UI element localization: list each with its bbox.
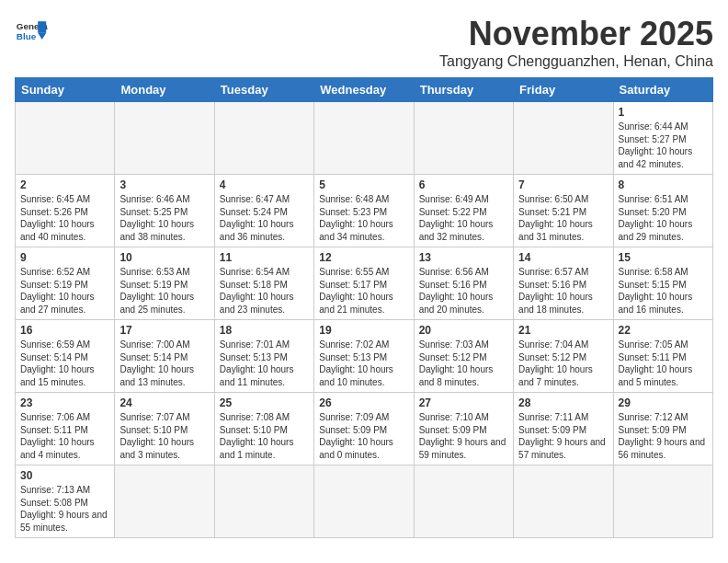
calendar-cell: 28Sunrise: 7:11 AM Sunset: 5:09 PM Dayli… — [514, 393, 613, 465]
day-info: Sunrise: 7:04 AM Sunset: 5:12 PM Dayligh… — [518, 339, 608, 388]
day-info: Sunrise: 7:00 AM Sunset: 5:14 PM Dayligh… — [119, 339, 209, 388]
day-info: Sunrise: 7:07 AM Sunset: 5:10 PM Dayligh… — [119, 411, 209, 461]
day-info: Sunrise: 7:02 AM Sunset: 5:13 PM Dayligh… — [319, 339, 408, 388]
day-number: 16 — [20, 324, 109, 337]
calendar-cell — [514, 102, 613, 175]
location: Tangyang Chengguanzhen, Henan, China — [439, 53, 713, 70]
day-info: Sunrise: 6:48 AM Sunset: 5:23 PM Dayligh… — [319, 193, 408, 243]
day-info: Sunrise: 7:03 AM Sunset: 5:12 PM Dayligh… — [419, 339, 508, 388]
calendar-cell — [214, 102, 313, 175]
day-info: Sunrise: 7:01 AM Sunset: 5:13 PM Dayligh… — [220, 339, 309, 388]
calendar-cell: 20Sunrise: 7:03 AM Sunset: 5:12 PM Dayli… — [414, 320, 513, 393]
day-info: Sunrise: 6:51 AM Sunset: 5:20 PM Dayligh… — [619, 193, 708, 243]
calendar-cell: 23Sunrise: 7:06 AM Sunset: 5:11 PM Dayli… — [16, 393, 115, 465]
day-number: 20 — [419, 324, 508, 337]
calendar-cell — [314, 465, 414, 538]
calendar-cell: 8Sunrise: 6:51 AM Sunset: 5:20 PM Daylig… — [613, 175, 712, 247]
day-number: 25 — [220, 396, 309, 409]
day-info: Sunrise: 7:12 AM Sunset: 5:09 PM Dayligh… — [619, 411, 708, 461]
calendar-cell — [16, 102, 115, 175]
calendar-cell: 12Sunrise: 6:55 AM Sunset: 5:17 PM Dayli… — [314, 247, 414, 320]
day-info: Sunrise: 6:44 AM Sunset: 5:27 PM Dayligh… — [619, 121, 708, 170]
day-info: Sunrise: 6:54 AM Sunset: 5:18 PM Dayligh… — [220, 266, 309, 316]
calendar-cell: 3Sunrise: 6:46 AM Sunset: 5:25 PM Daylig… — [115, 175, 214, 247]
calendar-cell: 21Sunrise: 7:04 AM Sunset: 5:12 PM Dayli… — [514, 320, 613, 393]
svg-text:Blue: Blue — [17, 31, 37, 41]
calendar-cell — [314, 102, 414, 175]
logo-icon: General Blue — [15, 15, 48, 48]
day-number: 7 — [518, 178, 608, 191]
day-info: Sunrise: 6:53 AM Sunset: 5:19 PM Dayligh… — [119, 266, 209, 316]
day-info: Sunrise: 6:56 AM Sunset: 5:16 PM Dayligh… — [419, 266, 508, 316]
calendar-cell: 30Sunrise: 7:13 AM Sunset: 5:08 PM Dayli… — [16, 465, 115, 538]
calendar-cell: 5Sunrise: 6:48 AM Sunset: 5:23 PM Daylig… — [314, 175, 414, 247]
day-number: 30 — [20, 469, 109, 482]
day-number: 14 — [518, 251, 608, 264]
day-info: Sunrise: 6:55 AM Sunset: 5:17 PM Dayligh… — [319, 266, 408, 316]
day-number: 28 — [518, 396, 608, 409]
day-number: 8 — [619, 178, 708, 191]
day-info: Sunrise: 6:47 AM Sunset: 5:24 PM Dayligh… — [220, 193, 309, 243]
calendar-cell: 17Sunrise: 7:00 AM Sunset: 5:14 PM Dayli… — [115, 320, 214, 393]
weekday-header-row: SundayMondayTuesdayWednesdayThursdayFrid… — [16, 78, 713, 102]
day-number: 22 — [619, 324, 708, 337]
day-number: 2 — [20, 178, 109, 191]
calendar-cell: 18Sunrise: 7:01 AM Sunset: 5:13 PM Dayli… — [214, 320, 313, 393]
day-number: 21 — [518, 324, 608, 337]
calendar-cell: 11Sunrise: 6:54 AM Sunset: 5:18 PM Dayli… — [214, 247, 313, 320]
weekday-header-tuesday: Tuesday — [214, 78, 313, 102]
calendar-cell: 1Sunrise: 6:44 AM Sunset: 5:27 PM Daylig… — [613, 102, 712, 175]
day-number: 24 — [119, 396, 209, 409]
weekday-header-monday: Monday — [115, 78, 214, 102]
day-number: 17 — [119, 324, 209, 337]
day-info: Sunrise: 6:57 AM Sunset: 5:16 PM Dayligh… — [518, 266, 608, 316]
logo: General Blue — [15, 15, 48, 48]
day-number: 18 — [220, 324, 309, 337]
day-info: Sunrise: 6:45 AM Sunset: 5:26 PM Dayligh… — [20, 193, 109, 243]
day-number: 29 — [619, 396, 708, 409]
day-info: Sunrise: 7:05 AM Sunset: 5:11 PM Dayligh… — [619, 339, 708, 388]
calendar-cell: 6Sunrise: 6:49 AM Sunset: 5:22 PM Daylig… — [414, 175, 513, 247]
calendar-cell — [414, 102, 513, 175]
day-number: 4 — [220, 178, 309, 191]
weekday-header-saturday: Saturday — [613, 78, 712, 102]
calendar-cell: 10Sunrise: 6:53 AM Sunset: 5:19 PM Dayli… — [115, 247, 214, 320]
day-number: 6 — [419, 178, 508, 191]
day-number: 5 — [319, 178, 408, 191]
calendar-cell — [115, 465, 214, 538]
calendar-week-1: 2Sunrise: 6:45 AM Sunset: 5:26 PM Daylig… — [16, 175, 713, 247]
day-number: 12 — [319, 251, 408, 264]
calendar-cell: 2Sunrise: 6:45 AM Sunset: 5:26 PM Daylig… — [16, 175, 115, 247]
day-info: Sunrise: 6:50 AM Sunset: 5:21 PM Dayligh… — [518, 193, 608, 243]
day-info: Sunrise: 6:58 AM Sunset: 5:15 PM Dayligh… — [619, 266, 708, 316]
calendar-cell: 26Sunrise: 7:09 AM Sunset: 5:09 PM Dayli… — [314, 393, 414, 465]
day-info: Sunrise: 7:13 AM Sunset: 5:08 PM Dayligh… — [20, 484, 109, 534]
title-block: November 2025 Tangyang Chengguanzhen, He… — [439, 15, 713, 70]
calendar-cell: 7Sunrise: 6:50 AM Sunset: 5:21 PM Daylig… — [514, 175, 613, 247]
day-number: 11 — [220, 251, 309, 264]
calendar-week-3: 16Sunrise: 6:59 AM Sunset: 5:14 PM Dayli… — [16, 320, 713, 393]
svg-marker-2 — [38, 21, 46, 33]
calendar-cell: 24Sunrise: 7:07 AM Sunset: 5:10 PM Dayli… — [115, 393, 214, 465]
calendar-table: SundayMondayTuesdayWednesdayThursdayFrid… — [15, 77, 713, 538]
day-number: 26 — [319, 396, 408, 409]
calendar-cell: 9Sunrise: 6:52 AM Sunset: 5:19 PM Daylig… — [16, 247, 115, 320]
calendar-cell — [115, 102, 214, 175]
day-number: 13 — [419, 251, 508, 264]
month-title: November 2025 — [439, 15, 713, 53]
calendar-week-2: 9Sunrise: 6:52 AM Sunset: 5:19 PM Daylig… — [16, 247, 713, 320]
calendar-cell: 29Sunrise: 7:12 AM Sunset: 5:09 PM Dayli… — [613, 393, 712, 465]
weekday-header-friday: Friday — [514, 78, 613, 102]
calendar-cell: 13Sunrise: 6:56 AM Sunset: 5:16 PM Dayli… — [414, 247, 513, 320]
day-info: Sunrise: 7:09 AM Sunset: 5:09 PM Dayligh… — [319, 411, 408, 461]
weekday-header-sunday: Sunday — [16, 78, 115, 102]
weekday-header-wednesday: Wednesday — [314, 78, 414, 102]
weekday-header-thursday: Thursday — [414, 78, 513, 102]
calendar-cell — [613, 465, 712, 538]
calendar-cell — [414, 465, 513, 538]
day-number: 9 — [20, 251, 109, 264]
calendar-cell: 16Sunrise: 6:59 AM Sunset: 5:14 PM Dayli… — [16, 320, 115, 393]
day-number: 3 — [119, 178, 209, 191]
calendar-week-5: 30Sunrise: 7:13 AM Sunset: 5:08 PM Dayli… — [16, 465, 713, 538]
calendar-cell: 19Sunrise: 7:02 AM Sunset: 5:13 PM Dayli… — [314, 320, 414, 393]
